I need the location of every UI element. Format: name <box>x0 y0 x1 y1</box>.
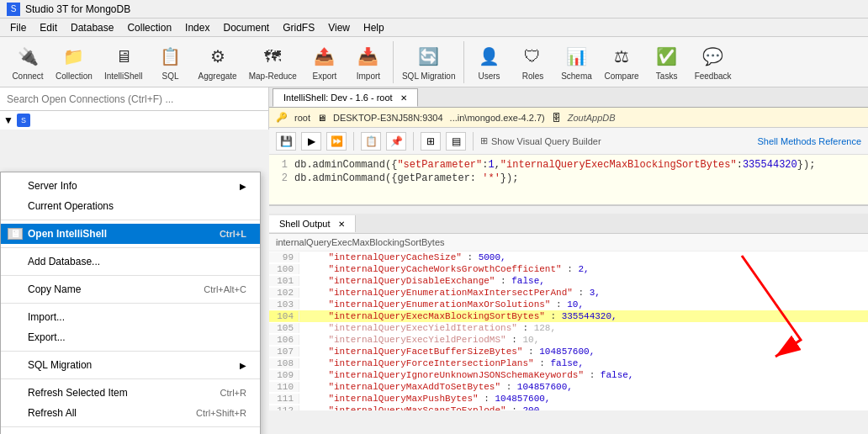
schema-button[interactable]: 📊 Schema <box>555 40 597 84</box>
output-colon: : <box>550 299 561 310</box>
output-colon: : <box>506 335 517 345</box>
context-menu: Server Info ▶ Current Operations 🖥 Open … <box>0 172 261 434</box>
export-label: Export... <box>28 331 66 343</box>
run-button[interactable]: ▶ <box>301 132 321 151</box>
output-colon: : <box>495 276 505 286</box>
output-key: "internalQueryCacheWorksGrowthCoefficien… <box>328 264 561 274</box>
collection-button[interactable]: 📁 Collection <box>50 40 98 84</box>
users-button[interactable]: 👤 Users <box>468 40 510 84</box>
ctx-export[interactable]: Export... <box>1 327 260 347</box>
refresh-selected-shortcut: Ctrl+R <box>220 388 246 398</box>
output-line-content: "internalQueryCacheWorksGrowthCoefficien… <box>299 264 590 274</box>
output-type-button[interactable]: ▤ <box>446 132 466 151</box>
ctx-refresh-selected[interactable]: Refresh Selected Item Ctrl+R <box>1 383 260 403</box>
ctx-add-database[interactable]: Add Database... <box>1 251 260 272</box>
output-line-content: "internalQueryEnumerationMaxIntersectPer… <box>299 288 601 298</box>
output-value: 104857600, <box>534 347 595 357</box>
output-key: "internalQueryEnumerationMaxIntersectPer… <box>328 288 572 298</box>
intelli-server: DESKTOP-E3NJ58N:9304 <box>333 113 443 123</box>
ctx-current-operations[interactable]: Current Operations <box>1 196 260 216</box>
tree-item-server[interactable]: ▼ S <box>0 111 268 130</box>
intellishell-menu-icon: 🖥 <box>8 228 23 240</box>
output-line-num: 108 <box>269 358 299 368</box>
ctx-server-info[interactable]: Server Info ▶ <box>1 176 260 196</box>
ctx-copy-name[interactable]: Copy Name Ctrl+Alt+C <box>1 279 260 299</box>
menu-database[interactable]: Database <box>64 20 120 35</box>
export-button[interactable]: 📤 Export <box>304 40 346 84</box>
output-line-content: "internalQueryExecYieldPeriodMS" : 10, <box>299 335 539 345</box>
root-icon: 🔑 <box>276 112 288 123</box>
import-label: Import... <box>28 311 65 323</box>
search-input[interactable] <box>0 90 268 108</box>
aggregate-button[interactable]: ⚙ Aggregate <box>193 40 242 84</box>
intelli-header: 🔑 root 🖥 DESKTOP-E3NJ58N:9304 ...in\mong… <box>269 108 868 128</box>
map-reduce-button[interactable]: 🗺 Map-Reduce <box>244 40 302 84</box>
ctx-sql-migration[interactable]: SQL Migration ▶ <box>1 355 260 375</box>
qt-sep-1 <box>353 132 354 151</box>
save-button[interactable]: 💾 <box>276 132 296 151</box>
intellishell-tab[interactable]: IntelliShell: Dev - 1.6 - root ✕ <box>273 88 418 107</box>
code-line-2: 2 db.adminCommand({getParameter: '*'}); <box>269 172 868 185</box>
roles-button[interactable]: 🛡 Roles <box>511 40 553 84</box>
paste-button[interactable]: 📌 <box>386 132 406 151</box>
show-visual-query-builder[interactable]: ⊞ Show Visual Query Builder <box>480 135 601 146</box>
menu-edit[interactable]: Edit <box>33 20 64 35</box>
copy-button[interactable]: 📋 <box>361 132 381 151</box>
intellishell-label: IntelliShell <box>104 71 143 81</box>
editor-scrollbar[interactable] <box>269 205 868 214</box>
menu-help[interactable]: Help <box>357 20 391 35</box>
run-all-button[interactable]: ⏩ <box>326 132 347 151</box>
export-icon: 📤 <box>311 43 338 70</box>
feedback-button[interactable]: 💬 Feedback <box>690 40 737 84</box>
app-icon: S <box>7 3 20 16</box>
tab-close-button[interactable]: ✕ <box>400 93 407 103</box>
format-button[interactable]: ⊞ <box>421 132 441 151</box>
output-line-num: 106 <box>269 335 299 345</box>
sql-button[interactable]: 📋 SQL <box>150 40 192 84</box>
ctx-import[interactable]: Import... <box>1 307 260 327</box>
main-toolbar: 🔌 Connect 📁 Collection 🖥 IntelliShell 📋 … <box>0 37 868 87</box>
output-colon: : <box>573 288 584 298</box>
output-line-num: 101 <box>269 276 299 286</box>
intellishell-button[interactable]: 🖥 IntelliShell <box>99 40 148 84</box>
tasks-button[interactable]: ✅ Tasks <box>646 40 688 84</box>
ctx-choose-color[interactable]: Choose Color ▶ <box>1 431 260 434</box>
output-line-num: 111 <box>269 394 299 404</box>
connect-button[interactable]: 🔌 Connect <box>7 40 49 84</box>
menu-file[interactable]: File <box>3 20 33 35</box>
output-key: "internalQueryEnumerationMaxOrSolutions" <box>328 299 550 310</box>
menu-index[interactable]: Index <box>178 20 216 35</box>
menu-view[interactable]: View <box>321 20 357 35</box>
output-line-content: "internalQueryMaxPushBytes" : 104857600, <box>299 394 550 404</box>
output-value: 200, <box>517 405 545 410</box>
shell-output-tab[interactable]: Shell Output ✕ <box>269 215 356 232</box>
output-value: 10, <box>517 335 539 345</box>
output-line-num: 103 <box>269 299 299 310</box>
output-line: 112 "internalQueryMaxScansToExplode" : 2… <box>269 405 868 410</box>
app-title: Studio 3T for MongoDB <box>25 3 130 15</box>
sql-migration-button[interactable]: 🔄 SQL Migration <box>397 40 461 84</box>
code-editor[interactable]: 1 db.adminCommand({"setParameter":1,"int… <box>269 155 868 205</box>
menu-collection[interactable]: Collection <box>120 20 178 35</box>
aggregate-icon: ⚙ <box>204 43 231 70</box>
ctx-open-intellishell[interactable]: 🖥 Open IntelliShell Ctrl+L <box>1 224 260 244</box>
output-content: 99 "internalQueryCacheSize" : 5000,100 "… <box>269 251 868 410</box>
map-reduce-label: Map-Reduce <box>249 71 297 81</box>
refresh-all-shortcut: Ctrl+Shift+R <box>196 408 246 418</box>
import-button[interactable]: 📥 Import <box>347 40 389 84</box>
sql-migration-label: SQL Migration <box>402 71 456 81</box>
menu-document[interactable]: Document <box>216 20 276 35</box>
sql-icon: 📋 <box>157 43 184 70</box>
ctx-refresh-all[interactable]: Refresh All Ctrl+Shift+R <box>1 403 260 423</box>
filter-text: internalQueryExecMaxBlockingSortBytes <box>276 237 445 247</box>
shell-methods-reference[interactable]: Shell Methods Reference <box>757 136 861 146</box>
output-value: false, <box>545 358 584 368</box>
output-tab-close[interactable]: ✕ <box>338 220 345 229</box>
search-bar <box>0 87 268 111</box>
output-value: 335544320, <box>556 311 617 321</box>
compare-button[interactable]: ⚖ Compare <box>599 40 643 84</box>
output-key: "internalQueryMaxAddToSetBytes" <box>328 382 500 392</box>
output-colon: : <box>562 264 573 274</box>
menu-gridfs[interactable]: GridFS <box>276 20 321 35</box>
sql-migration-arrow: ▶ <box>240 361 246 370</box>
